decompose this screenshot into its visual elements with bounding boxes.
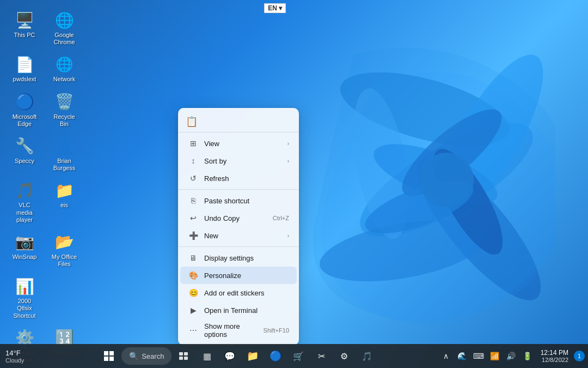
keyboard-icon[interactable]: ⌨: [471, 348, 486, 364]
system-clock[interactable]: 12:14 PM 12/8/2022: [537, 349, 572, 363]
menu-item-sort-by[interactable]: ↕ Sort by ›: [180, 152, 297, 170]
separator-1: [178, 189, 299, 190]
edge-taskbar-button[interactable]: 🔵: [265, 346, 286, 366]
menu-item-personalize[interactable]: 🎨 Personalize: [180, 267, 297, 284]
task-view-button[interactable]: [174, 346, 194, 366]
speccy-icon: 🔧: [15, 136, 34, 156]
menu-item-paste-shortcut[interactable]: ⎘ Paste shortcut: [180, 192, 297, 209]
search-icon: 🔍: [129, 352, 138, 360]
teams-button[interactable]: 💬: [219, 346, 240, 366]
lang-arrow: ▾: [279, 4, 282, 12]
file-explorer-button[interactable]: 📁: [242, 346, 263, 366]
view-icon: ⊞: [188, 139, 199, 148]
context-menu-top: 📋: [178, 111, 299, 130]
volume-icon[interactable]: 🔊: [504, 348, 519, 364]
menu-item-display-settings[interactable]: 🖥 Display settings: [180, 249, 297, 267]
desktop-icon-recyclebin[interactable]: 🗑️ Recycle Bin: [48, 90, 81, 130]
desktop-icon-brian[interactable]: 👤 Brian Burgess: [48, 134, 81, 174]
menu-item-view[interactable]: ⊞ View ›: [180, 135, 297, 152]
clipboard-icon: 📋: [186, 116, 198, 128]
svg-rect-18: [184, 357, 188, 360]
menu-item-terminal[interactable]: ▶ Open in Terminal: [180, 301, 297, 319]
desktop-icon-office[interactable]: 📂 My Office Files: [48, 230, 81, 270]
snipping-button[interactable]: ✂: [311, 346, 332, 366]
menu-item-show-more[interactable]: ⋯ Show more options Shift+F10: [180, 319, 297, 342]
battery-icon[interactable]: 🔋: [520, 348, 535, 364]
recyclebin-icon: 🗑️: [54, 92, 74, 112]
menu-item-undo-copy[interactable]: ↩ Undo Copy Ctrl+Z: [180, 209, 297, 227]
personalize-icon: 🎨: [188, 271, 199, 280]
desktop-icon-this-pc[interactable]: 🖥️ This PC: [8, 8, 41, 48]
desktop-icon-speccy[interactable]: 🔧 Speccy: [8, 134, 41, 174]
eis-label: eis: [60, 202, 68, 209]
show-more-shortcut: Shift+F10: [264, 327, 289, 334]
settings-button[interactable]: ⚙: [334, 346, 354, 366]
new-label: New: [204, 232, 285, 240]
desktop-icon-eis[interactable]: 📁 eis: [48, 178, 81, 226]
menu-item-new[interactable]: ➕ New ›: [180, 227, 297, 244]
desktop-icon-xlsx[interactable]: 📊 2000 Qtlsix Shortcut: [8, 274, 41, 322]
edge-icon: 🔵: [15, 92, 34, 112]
spotify-button[interactable]: 🎵: [357, 346, 377, 366]
menu-item-stickers[interactable]: 😊 Add or edit stickers: [180, 284, 297, 301]
this-pc-icon: 🖥️: [15, 10, 34, 30]
stickers-icon: 😊: [188, 288, 199, 297]
speccy-label: Speccy: [15, 158, 34, 165]
desktop: 🖥️ This PC 🌐 Google Chrome 📄 pwdslext 🌐 …: [0, 0, 588, 368]
terminal-label: Open in Terminal: [204, 306, 289, 315]
taskbar-center: 🔍 Search ▦ 💬 📁 🔵 🛒: [38, 346, 438, 366]
sort-icon: ↕: [188, 156, 199, 165]
show-hidden-button[interactable]: ∧: [438, 348, 454, 364]
language-indicator[interactable]: EN ▾: [264, 3, 286, 13]
this-pc-label: This PC: [14, 32, 35, 39]
undo-copy-label: Undo Copy: [204, 214, 268, 222]
undo-shortcut: Ctrl+Z: [273, 215, 289, 221]
widgets-button[interactable]: ▦: [197, 346, 217, 366]
weather-widget[interactable]: 14°F Cloudy: [0, 348, 38, 365]
paste-icon: ⎘: [188, 196, 199, 205]
start-button[interactable]: [99, 346, 119, 366]
pwdslext-label: pwdslext: [13, 76, 36, 83]
refresh-icon: ↺: [188, 174, 199, 183]
sort-by-label: Sort by: [204, 157, 285, 165]
store-button[interactable]: 🛒: [288, 346, 309, 366]
desktop-icon-vlc[interactable]: 🎵 VLC media player: [8, 178, 41, 226]
view-arrow: ›: [287, 141, 289, 147]
svg-rect-17: [179, 357, 183, 360]
svg-rect-12: [109, 351, 114, 355]
more-icon: ⋯: [188, 326, 199, 335]
desktop-icon-pwdslext[interactable]: 📄 pwdslext: [8, 52, 41, 85]
office-icon: 📂: [54, 232, 74, 252]
wifi-icon[interactable]: 📶: [487, 348, 503, 364]
new-arrow: ›: [287, 233, 289, 239]
paste-shortcut-label: Paste shortcut: [204, 197, 289, 205]
desktop-icon-edge[interactable]: 🔵 Microsoft Edge: [8, 90, 41, 130]
terminal-icon: ▶: [188, 306, 199, 315]
brian-label: Brian Burgess: [50, 158, 78, 172]
new-icon: ➕: [188, 231, 199, 240]
desktop-icon-winsnap[interactable]: 📷 WinSnap: [8, 230, 41, 270]
taskbar-right: ∧ 🌊 ⌨ 📶 🔊 🔋 12:14 PM 12/8/2022 1: [438, 348, 588, 364]
context-menu: 📋 ⊞ View › ↕ Sort by › ↺ Refresh ⎘ Paste…: [178, 108, 299, 345]
icon-grid: 🖥️ This PC 🌐 Google Chrome 📄 pwdslext 🌐 …: [5, 5, 86, 368]
pwdslext-icon: 📄: [15, 55, 34, 74]
desktop-icon-chrome[interactable]: 🌐 Google Chrome: [48, 8, 81, 48]
search-text: Search: [142, 352, 164, 360]
edge-tray-icon[interactable]: 🌊: [455, 348, 470, 364]
clock-time: 12:14 PM: [541, 349, 568, 357]
search-bar[interactable]: 🔍 Search: [121, 347, 171, 365]
svg-rect-13: [104, 357, 108, 361]
top-separator: [178, 132, 299, 132]
recyclebin-label: Recycle Bin: [50, 113, 78, 128]
desktop-icon-network[interactable]: 🌐 Network: [48, 52, 81, 85]
svg-rect-11: [104, 351, 108, 355]
xlsx-label: 2000 Qtlsix Shortcut: [10, 298, 39, 319]
view-label: View: [204, 140, 285, 148]
clock-date: 12/8/2022: [542, 357, 568, 363]
menu-item-refresh[interactable]: ↺ Refresh: [180, 170, 297, 187]
chrome-icon: 🌐: [54, 10, 74, 30]
network-label: Network: [53, 76, 75, 83]
notification-badge[interactable]: 1: [574, 351, 585, 361]
weather-temp: 14°F: [5, 349, 21, 357]
desktop-icons-area: 🖥️ This PC 🌐 Google Chrome 📄 pwdslext 🌐 …: [5, 5, 86, 368]
